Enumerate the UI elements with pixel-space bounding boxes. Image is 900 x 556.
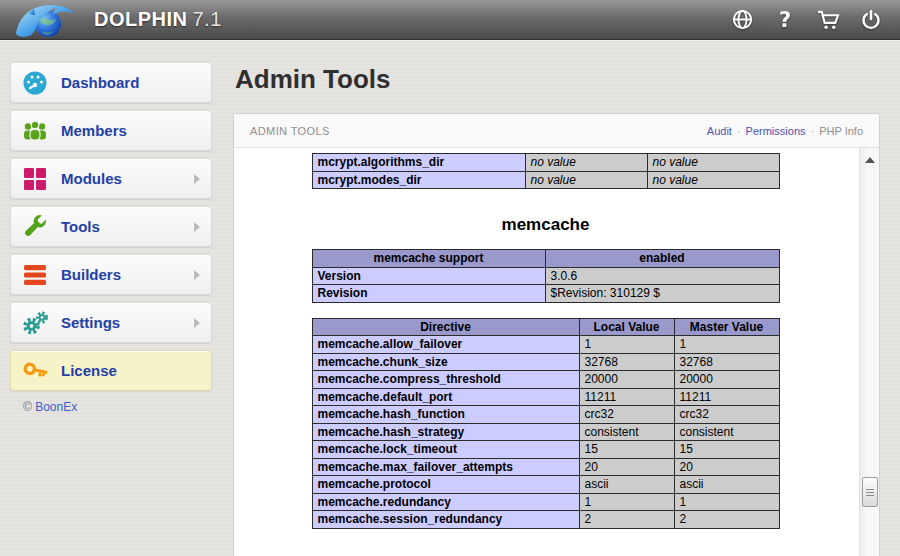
- value-cell: no value: [525, 171, 647, 189]
- value-cell: $Revision: 310129 $: [545, 285, 779, 303]
- dashboard-gauge-icon: [22, 70, 48, 96]
- top-header-bar: DOLPHIN7.1 ?: [0, 0, 900, 40]
- php-info-link[interactable]: PHP Info: [819, 125, 863, 137]
- permissions-link[interactable]: Permissions: [746, 125, 806, 137]
- value-cell: no value: [647, 171, 779, 189]
- app-title: DOLPHIN7.1: [94, 8, 222, 31]
- sidebar-menu: Dashboard Members Modules Tools Builders: [10, 62, 212, 414]
- scroll-up-button[interactable]: [862, 152, 878, 168]
- value-cell: crc32: [579, 406, 674, 424]
- link-separator: ·: [737, 125, 741, 137]
- cart-icon[interactable]: [815, 7, 841, 33]
- value-cell: ascii: [579, 476, 674, 494]
- value-cell: 20: [674, 458, 779, 476]
- sidebar-item-dashboard[interactable]: Dashboard: [10, 62, 212, 103]
- chevron-right-icon: [194, 222, 200, 232]
- directive-cell: Version: [312, 267, 545, 285]
- modules-grid-icon: [22, 166, 48, 192]
- sidebar-item-modules[interactable]: Modules: [10, 158, 212, 199]
- boonex-link[interactable]: BoonEx: [35, 400, 77, 414]
- directive-cell: memcache.default_port: [312, 388, 579, 406]
- dolphin-logo[interactable]: [6, 0, 88, 40]
- panel-header: ADMIN TOOLS Audit · Permissions · PHP In…: [234, 114, 879, 148]
- table-row: mcrypt.algorithms_dirno valueno value: [312, 154, 779, 172]
- chevron-right-icon: [194, 318, 200, 328]
- directive-cell: memcache.redundancy: [312, 493, 579, 511]
- value-cell: 11211: [579, 388, 674, 406]
- sidebar-item-label: Builders: [61, 266, 121, 283]
- directive-cell: mcrypt.algorithms_dir: [312, 154, 525, 172]
- help-icon[interactable]: ?: [772, 7, 798, 33]
- settings-gears-icon: [22, 310, 48, 336]
- mcrypt-table: mcrypt.algorithms_dirno valueno valuemcr…: [312, 153, 780, 189]
- scrollbar-thumb[interactable]: [862, 477, 878, 507]
- value-cell: no value: [525, 154, 647, 172]
- column-header: Directive: [312, 318, 579, 336]
- brand-version: 7.1: [193, 8, 222, 30]
- table-row: mcrypt.modes_dirno valueno value: [312, 171, 779, 189]
- sidebar-item-members[interactable]: Members: [10, 110, 212, 151]
- value-cell: 32768: [674, 353, 779, 371]
- sidebar-item-license[interactable]: License: [10, 350, 212, 391]
- table-row: memcache.default_port1121111211: [312, 388, 779, 406]
- globe-icon[interactable]: [729, 7, 755, 33]
- table-row: memcache.chunk_size3276832768: [312, 353, 779, 371]
- value-cell: ascii: [674, 476, 779, 494]
- audit-link[interactable]: Audit: [707, 125, 732, 137]
- directive-cell: memcache.compress_threshold: [312, 371, 579, 389]
- value-cell: 1: [579, 336, 674, 354]
- value-cell: consistent: [674, 423, 779, 441]
- value-cell: 2: [579, 511, 674, 529]
- value-cell: 15: [579, 441, 674, 459]
- value-cell: 32768: [579, 353, 674, 371]
- column-header: memcache support: [312, 250, 545, 268]
- sidebar-item-builders[interactable]: Builders: [10, 254, 212, 295]
- memcache-directive-table: Directive Local Value Master Value memca…: [312, 318, 780, 529]
- directive-cell: memcache.chunk_size: [312, 353, 579, 371]
- content-scrollbar[interactable]: [859, 148, 879, 556]
- directive-cell: memcache.hash_strategy: [312, 423, 579, 441]
- value-cell: no value: [647, 154, 779, 172]
- table-row: memcache.allow_failover11: [312, 336, 779, 354]
- chevron-right-icon: [194, 270, 200, 280]
- value-cell: 15: [674, 441, 779, 459]
- sidebar-item-label: Settings: [61, 314, 120, 331]
- table-row: memcache.hash_functioncrc32crc32: [312, 406, 779, 424]
- table-row: memcache.max_failover_attempts2020: [312, 458, 779, 476]
- table-row: Version3.0.6: [312, 267, 779, 285]
- page-title: Admin Tools: [235, 64, 880, 95]
- directive-cell: memcache.lock_timeout: [312, 441, 579, 459]
- value-cell: 20000: [674, 371, 779, 389]
- table-row: memcache.redundancy11: [312, 493, 779, 511]
- sidebar-item-settings[interactable]: Settings: [10, 302, 212, 343]
- value-cell: 1: [674, 336, 779, 354]
- sidebar-item-label: License: [61, 362, 117, 379]
- sidebar-item-tools[interactable]: Tools: [10, 206, 212, 247]
- directive-cell: mcrypt.modes_dir: [312, 171, 525, 189]
- table-row: memcache.session_redundancy22: [312, 511, 779, 529]
- phpinfo-frame: mcrypt.algorithms_dirno valueno valuemcr…: [234, 148, 879, 556]
- copyright-symbol: ©: [23, 400, 32, 414]
- power-icon[interactable]: [858, 7, 884, 33]
- sidebar-item-label: Modules: [61, 170, 122, 187]
- directive-cell: memcache.allow_failover: [312, 336, 579, 354]
- table-row: memcache.compress_threshold2000020000: [312, 371, 779, 389]
- value-cell: 2: [674, 511, 779, 529]
- directive-cell: Revision: [312, 285, 545, 303]
- sidebar-item-label: Members: [61, 122, 127, 139]
- table-row: memcache.protocolasciiascii: [312, 476, 779, 494]
- chevron-right-icon: [194, 174, 200, 184]
- sidebar-item-label: Tools: [61, 218, 100, 235]
- table-row: memcache.hash_strategyconsistentconsiste…: [312, 423, 779, 441]
- value-cell: 11211: [674, 388, 779, 406]
- directive-cell: memcache.hash_function: [312, 406, 579, 424]
- scroll-up-arrow-icon: [865, 157, 875, 163]
- boonex-copyright: © BoonEx: [23, 400, 212, 414]
- tools-wrench-icon: [22, 214, 48, 240]
- memcache-support-table: memcache support enabled Version3.0.6Rev…: [312, 249, 780, 303]
- value-cell: 1: [579, 493, 674, 511]
- value-cell: 1: [674, 493, 779, 511]
- license-key-icon: [22, 358, 48, 384]
- directive-cell: memcache.max_failover_attempts: [312, 458, 579, 476]
- column-header: Master Value: [674, 318, 779, 336]
